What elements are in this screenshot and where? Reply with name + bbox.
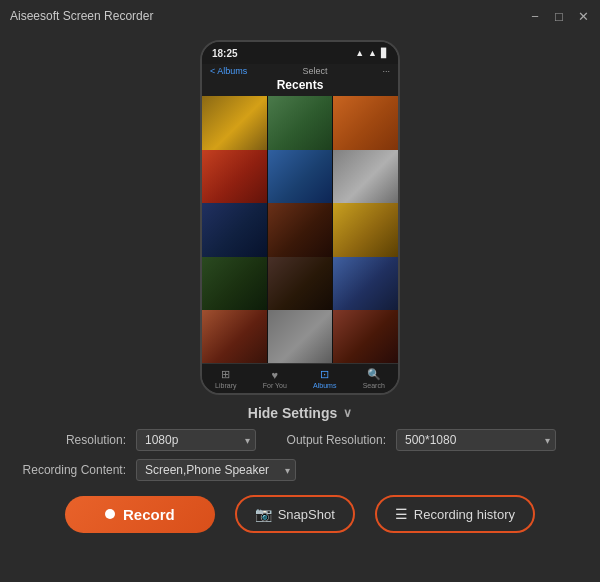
foryou-label: For You bbox=[263, 382, 287, 389]
photo-grid bbox=[202, 96, 398, 363]
list-icon: ☰ bbox=[395, 506, 408, 522]
recording-content-label: Recording Content: bbox=[16, 463, 126, 477]
title-bar: Aiseesoft Screen Recorder − □ ✕ bbox=[0, 0, 600, 32]
photo-cell[interactable] bbox=[333, 310, 398, 363]
phone-bottom-nav: ⊞ Library ♥ For You ⊡ Albums 🔍 Search bbox=[202, 363, 398, 393]
window-controls: − □ ✕ bbox=[528, 9, 590, 23]
settings-panel: Resolution: 1080p 720p 4K Output Resolut… bbox=[0, 429, 600, 481]
photo-cell[interactable] bbox=[268, 310, 333, 363]
search-icon: 🔍 bbox=[367, 368, 381, 381]
foryou-icon: ♥ bbox=[272, 369, 279, 381]
phone-nav-search[interactable]: 🔍 Search bbox=[363, 368, 385, 389]
app-title: Aiseesoft Screen Recorder bbox=[10, 9, 153, 23]
album-nav: < Albums Select ··· bbox=[210, 66, 390, 76]
bottom-buttons: Record 📷 SnapShot ☰ Recording history bbox=[49, 495, 551, 533]
phone-nav-library[interactable]: ⊞ Library bbox=[215, 368, 236, 389]
library-icon: ⊞ bbox=[221, 368, 230, 381]
record-button[interactable]: Record bbox=[65, 496, 215, 533]
close-button[interactable]: ✕ bbox=[576, 9, 590, 23]
history-label: Recording history bbox=[414, 507, 515, 522]
more-options[interactable]: ··· bbox=[382, 66, 390, 76]
recording-content-select-wrapper[interactable]: Screen,Phone Speaker Screen Only Screen,… bbox=[136, 459, 296, 481]
album-title: Recents bbox=[210, 78, 390, 92]
minimize-button[interactable]: − bbox=[528, 9, 542, 23]
hide-settings-toggle[interactable]: Hide Settings ∨ bbox=[248, 405, 352, 421]
chevron-down-icon: ∨ bbox=[343, 406, 352, 420]
output-resolution-select[interactable]: 500*1080 1080*1920 720*1280 bbox=[396, 429, 556, 451]
albums-label: Albums bbox=[313, 382, 336, 389]
status-icons: ▲ ▲ ▊ bbox=[355, 48, 388, 58]
history-button[interactable]: ☰ Recording history bbox=[375, 495, 535, 533]
photo-cell[interactable] bbox=[202, 310, 267, 363]
main-content: 18:25 ▲ ▲ ▊ < Albums Select ··· Recents bbox=[0, 32, 600, 533]
resolution-label: Resolution: bbox=[16, 433, 126, 447]
settings-row-content: Recording Content: Screen,Phone Speaker … bbox=[16, 459, 584, 481]
search-label: Search bbox=[363, 382, 385, 389]
back-button[interactable]: < Albums bbox=[210, 66, 247, 76]
settings-row-resolution: Resolution: 1080p 720p 4K Output Resolut… bbox=[16, 429, 584, 451]
recording-content-select[interactable]: Screen,Phone Speaker Screen Only Screen,… bbox=[136, 459, 296, 481]
phone-mockup: 18:25 ▲ ▲ ▊ < Albums Select ··· Recents bbox=[200, 40, 400, 395]
resolution-select-wrapper[interactable]: 1080p 720p 4K bbox=[136, 429, 256, 451]
record-dot-icon bbox=[105, 509, 115, 519]
album-header: < Albums Select ··· Recents bbox=[202, 64, 398, 96]
phone-status-bar: 18:25 ▲ ▲ ▊ bbox=[202, 42, 398, 64]
maximize-button[interactable]: □ bbox=[552, 9, 566, 23]
status-time: 18:25 bbox=[212, 48, 238, 59]
snapshot-label: SnapShot bbox=[278, 507, 335, 522]
record-label: Record bbox=[123, 506, 175, 523]
phone-nav-albums[interactable]: ⊡ Albums bbox=[313, 368, 336, 389]
snapshot-button[interactable]: 📷 SnapShot bbox=[235, 495, 355, 533]
select-label[interactable]: Select bbox=[302, 66, 327, 76]
phone-nav-foryou[interactable]: ♥ For You bbox=[263, 369, 287, 389]
albums-icon: ⊡ bbox=[320, 368, 329, 381]
camera-icon: 📷 bbox=[255, 506, 272, 522]
output-resolution-select-wrapper[interactable]: 500*1080 1080*1920 720*1280 bbox=[396, 429, 556, 451]
library-label: Library bbox=[215, 382, 236, 389]
hide-settings-label: Hide Settings bbox=[248, 405, 337, 421]
resolution-select[interactable]: 1080p 720p 4K bbox=[136, 429, 256, 451]
output-resolution-label: Output Resolution: bbox=[266, 433, 386, 447]
